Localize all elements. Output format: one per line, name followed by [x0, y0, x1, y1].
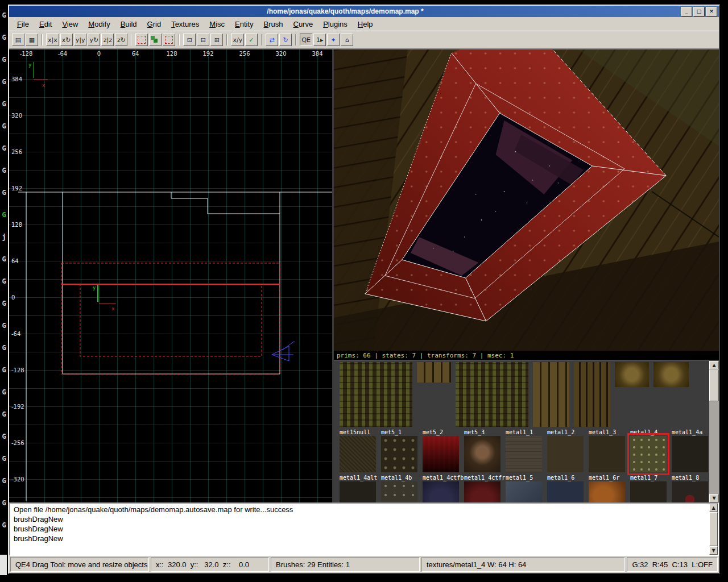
- texture-tile[interactable]: [630, 436, 667, 472]
- separator[interactable]: [131, 34, 132, 45]
- texture-scrollbar[interactable]: ▲ ▼: [709, 361, 719, 502]
- rotate-y-button[interactable]: y↻: [88, 34, 100, 46]
- rotate-x-button[interactable]: x↻: [60, 34, 73, 46]
- texture-tile[interactable]: [340, 436, 376, 472]
- texture-tile[interactable]: [653, 362, 689, 387]
- texture-entry[interactable]: metal1_4b: [381, 475, 417, 502]
- texture-entry[interactable]: metal1_7: [630, 475, 667, 502]
- texture-entry[interactable]: met15null: [340, 429, 376, 472]
- texture-tile[interactable]: [506, 481, 542, 502]
- texture-entry[interactable]: metal1_4: [630, 429, 667, 472]
- console-log[interactable]: ▲ ▼ Open file /home/jonas/quake/quoth/ma…: [9, 502, 719, 556]
- view-2d-xy[interactable]: -128-64064128192256320384 38432025619212…: [9, 49, 334, 502]
- texture-tile[interactable]: [574, 362, 610, 427]
- texture-tile[interactable]: [672, 436, 708, 472]
- flip-y-button[interactable]: y|y: [74, 34, 87, 46]
- scroll-down-icon[interactable]: ▼: [709, 494, 719, 502]
- qe4-mode-button[interactable]: QE: [300, 34, 312, 46]
- texture-tile[interactable]: [340, 362, 412, 427]
- select-touching-button[interactable]: [135, 34, 148, 46]
- texture-entry[interactable]: met5_1: [381, 429, 417, 472]
- find-texture-button[interactable]: ✦: [327, 34, 340, 46]
- texture-tile[interactable]: [672, 481, 708, 502]
- menu-item[interactable]: File: [13, 19, 34, 30]
- scroll-thumb[interactable]: [709, 369, 719, 401]
- csg-merge-button[interactable]: ⊞: [210, 34, 223, 46]
- texture-tile[interactable]: [423, 481, 459, 502]
- close-button[interactable]: ✕: [706, 7, 717, 16]
- open-button[interactable]: ▤: [12, 34, 24, 46]
- texture-entry[interactable]: metal1_4a: [672, 429, 708, 472]
- preferences-button[interactable]: ⌂: [341, 34, 353, 46]
- scroll-up-icon[interactable]: ▲: [709, 361, 719, 369]
- flip-z-button[interactable]: z|z: [101, 34, 114, 46]
- texture-entry[interactable]: met5_3: [464, 429, 500, 472]
- separator[interactable]: [226, 34, 228, 45]
- menu-item[interactable]: Build: [116, 19, 142, 30]
- texture-tile[interactable]: [589, 436, 625, 472]
- menu-item[interactable]: Curve: [289, 19, 318, 30]
- menu-item[interactable]: Textures: [167, 19, 204, 30]
- texture-tile[interactable]: [464, 436, 500, 472]
- texture-tile[interactable]: [547, 436, 584, 472]
- texture-tile[interactable]: [589, 481, 625, 502]
- menu-item[interactable]: Grid: [143, 19, 166, 30]
- texture-tile[interactable]: [340, 481, 376, 502]
- csg-hollow-button[interactable]: ⊡: [183, 34, 196, 46]
- separator[interactable]: [261, 34, 262, 45]
- texture-tile[interactable]: [533, 362, 569, 427]
- texture-tile[interactable]: [456, 362, 528, 427]
- minimize-button[interactable]: _: [681, 7, 692, 16]
- texture-entry[interactable]: metal1_3: [589, 429, 625, 472]
- separator[interactable]: [295, 34, 296, 45]
- entity-inspector-button[interactable]: 1▸: [313, 34, 326, 46]
- menu-item[interactable]: Plugins: [318, 19, 352, 30]
- menu-item[interactable]: View: [57, 19, 82, 30]
- camera-icon[interactable]: [272, 341, 295, 361]
- texture-tile[interactable]: [417, 362, 451, 383]
- texture-entry[interactable]: metal1_8: [672, 475, 708, 502]
- texture-entry[interactable]: metal1_6r: [589, 475, 625, 502]
- scroll-down-icon[interactable]: ▼: [709, 546, 718, 555]
- texture-tile[interactable]: [547, 481, 584, 502]
- texture-entry[interactable]: metal1_2: [547, 429, 584, 472]
- scroll-thumb[interactable]: [709, 512, 718, 546]
- menu-item[interactable]: Brush: [259, 19, 288, 30]
- select-inside-button[interactable]: [163, 34, 175, 46]
- texture-browser[interactable]: met15null met5_1 met5_2: [334, 361, 719, 502]
- save-button[interactable]: ▦: [26, 34, 38, 46]
- cubic-clip-button[interactable]: ⇄: [266, 34, 278, 46]
- texture-entry[interactable]: metal1_1: [506, 429, 542, 472]
- menu-item[interactable]: Modify: [84, 19, 114, 30]
- flip-x-button[interactable]: x|x: [46, 34, 59, 46]
- menu-item[interactable]: Help: [353, 19, 378, 30]
- menu-item[interactable]: Edit: [35, 19, 56, 30]
- rotate-z-button[interactable]: z↻: [115, 34, 127, 46]
- texture-entry[interactable]: metal1_6: [547, 475, 584, 502]
- texture-lock-button[interactable]: ✓: [245, 34, 258, 46]
- texture-tile[interactable]: [381, 481, 417, 502]
- texture-entry[interactable]: metal1_4ctfb: [423, 475, 459, 502]
- refresh-view-button[interactable]: ↻: [279, 34, 292, 46]
- texture-tile[interactable]: [630, 481, 667, 502]
- texture-entry[interactable]: metal1_4ctfr: [464, 475, 500, 502]
- console-scrollbar[interactable]: ▲ ▼: [709, 504, 718, 555]
- selection-wireframe[interactable]: [61, 263, 280, 374]
- separator[interactable]: [42, 34, 43, 45]
- texture-tile[interactable]: [506, 436, 542, 472]
- scroll-up-icon[interactable]: ▲: [709, 504, 718, 512]
- texture-entry[interactable]: met5_2: [423, 429, 459, 472]
- texture-tile[interactable]: [615, 362, 649, 387]
- menu-item[interactable]: Misc: [205, 19, 229, 30]
- menu-item[interactable]: Entity: [230, 19, 258, 30]
- clone-selection-button[interactable]: [149, 34, 162, 46]
- csg-subtract-button[interactable]: ⊟: [197, 34, 209, 46]
- change-views-button[interactable]: x/y: [231, 34, 244, 46]
- texture-tile[interactable]: [423, 436, 459, 472]
- texture-entry[interactable]: metal1_4alt: [340, 475, 376, 502]
- separator[interactable]: [179, 34, 180, 45]
- view-3d-camera[interactable]: prims: 66 | states: 7 | transforms: 7 | …: [334, 49, 719, 361]
- maximize-button[interactable]: □: [693, 7, 705, 16]
- texture-tile[interactable]: [381, 436, 417, 472]
- titlebar[interactable]: /home/jonas/quake/quoth/maps/demomap.map…: [9, 6, 719, 17]
